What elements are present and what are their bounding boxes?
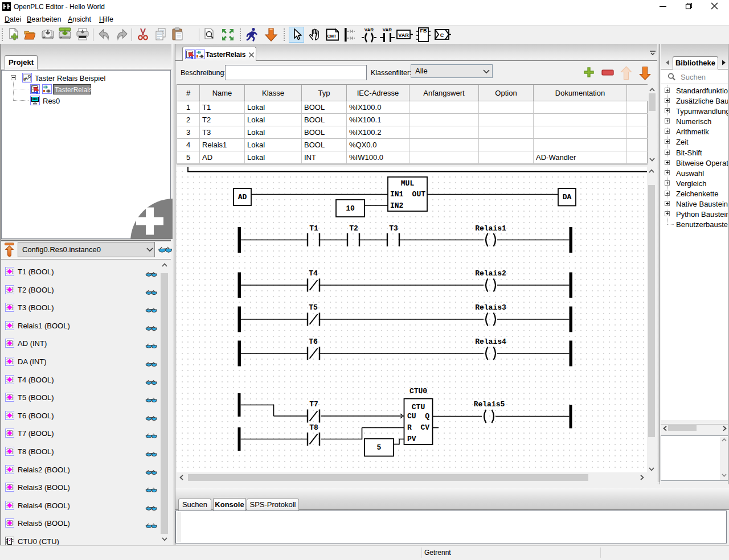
svg-text:Relais2: Relais2 [475, 269, 506, 278]
svg-text:Q: Q [425, 412, 429, 421]
svg-text:CMT: CMT [327, 34, 337, 39]
svg-text:DA: DA [563, 193, 572, 201]
svg-text:FB: FB [420, 28, 427, 34]
svg-text:T7: T7 [309, 400, 318, 409]
svg-text:IN1: IN1 [390, 190, 404, 199]
svg-text:T8: T8 [309, 423, 318, 432]
svg-text:MUL: MUL [401, 179, 415, 188]
svg-text:T4: T4 [309, 269, 318, 278]
svg-text:T2: T2 [349, 224, 358, 233]
svg-text:Relais4: Relais4 [475, 337, 506, 346]
svg-text:CV: CV [420, 423, 429, 432]
svg-text:CU: CU [407, 412, 416, 421]
svg-text:Relais5: Relais5 [474, 400, 505, 409]
svg-text:VAR: VAR [364, 27, 374, 32]
svg-text:T5: T5 [309, 303, 318, 312]
svg-text:T6: T6 [309, 337, 318, 346]
svg-text:10: 10 [346, 204, 355, 213]
svg-text:AD: AD [238, 193, 247, 201]
svg-text:C: C [440, 32, 444, 38]
svg-text:CTU0: CTU0 [409, 387, 427, 396]
svg-text:IN2: IN2 [390, 201, 404, 210]
svg-text:VAR: VAR [383, 27, 392, 32]
svg-text:R: R [407, 423, 412, 432]
svg-text:VAR: VAR [398, 32, 409, 38]
svg-text:T3: T3 [389, 224, 398, 233]
svg-text:5: 5 [377, 443, 382, 452]
svg-text:PV: PV [407, 435, 416, 443]
svg-text:Relais1: Relais1 [475, 224, 506, 233]
svg-text:T1: T1 [309, 224, 318, 233]
svg-text:CTU: CTU [412, 403, 425, 411]
svg-text:OUT: OUT [412, 190, 426, 199]
svg-text:Relais3: Relais3 [475, 303, 506, 312]
